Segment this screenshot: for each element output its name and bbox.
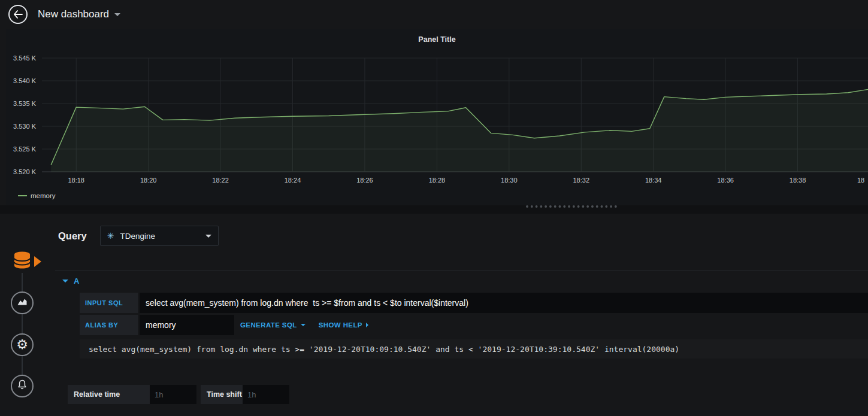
svg-text:18:24: 18:24 — [285, 177, 301, 184]
tdengine-icon: ✳ — [107, 232, 114, 240]
show-help-button[interactable]: SHOW HELP — [319, 321, 368, 329]
caret-down-icon[interactable] — [114, 13, 120, 16]
relative-time-label: Relative time — [68, 385, 150, 404]
input-sql-label: INPUT SQL — [80, 293, 138, 313]
svg-text:18:18: 18:18 — [68, 177, 84, 184]
top-header: New dashboard — [0, 0, 868, 29]
query-header: Query ✳ TDengine — [58, 226, 219, 246]
chevron-down-icon — [205, 235, 211, 238]
legend-item-memory[interactable]: memory — [18, 190, 56, 201]
chart-svg: 3.545 K3.540 K3.535 K3.530 K3.525 K3.520… — [6, 29, 868, 186]
tab-alert[interactable] — [11, 375, 34, 397]
svg-text:3.530 K: 3.530 K — [13, 123, 37, 130]
chart-panel: Panel Title 3.545 K3.540 K3.535 K3.530 K… — [6, 29, 868, 205]
query-row-letter: A — [74, 277, 79, 286]
arrow-left-icon — [13, 10, 23, 19]
svg-text:3.535 K: 3.535 K — [13, 100, 37, 107]
panel-editor: ⚙︎ Query ✳ TDengine A INPUT SQL — [0, 214, 868, 416]
svg-text:18:26: 18:26 — [356, 177, 373, 184]
svg-text:18: 18 — [857, 177, 864, 184]
area-chart-icon — [16, 296, 28, 310]
active-tab-arrow-icon — [34, 256, 41, 267]
alias-by-field[interactable] — [140, 315, 234, 335]
collapse-caret-icon — [62, 280, 68, 283]
svg-text:3.520 K: 3.520 K — [13, 168, 37, 175]
bell-icon — [16, 379, 28, 393]
gear-icon: ⚙︎ — [16, 338, 28, 351]
generate-sql-button[interactable]: GENERATE SQL — [240, 321, 306, 329]
editor-tab-rail: ⚙︎ — [0, 214, 51, 416]
tab-queries[interactable] — [11, 250, 34, 273]
query-options-row: Relative time Time shift — [68, 385, 289, 404]
query-divider — [55, 271, 868, 271]
panel-resize-handle[interactable] — [526, 204, 617, 208]
legend-label: memory — [31, 192, 56, 199]
tab-visualization[interactable] — [11, 291, 34, 314]
svg-text:3.540 K: 3.540 K — [13, 77, 37, 84]
datasource-select[interactable]: ✳ TDengine — [100, 226, 219, 246]
svg-text:18:32: 18:32 — [573, 177, 589, 184]
back-button[interactable] — [8, 5, 28, 24]
svg-text:18:20: 18:20 — [140, 177, 157, 184]
svg-text:18:22: 18:22 — [212, 177, 229, 184]
input-sql-row: INPUT SQL — [80, 293, 868, 313]
svg-text:18:34: 18:34 — [645, 177, 662, 184]
caret-down-icon — [301, 324, 306, 326]
svg-text:3.545 K: 3.545 K — [13, 54, 37, 62]
tab-general[interactable]: ⚙︎ — [11, 333, 34, 356]
show-help-label: SHOW HELP — [319, 321, 362, 329]
tab-connector-line — [22, 273, 23, 375]
time-shift-input[interactable] — [243, 385, 289, 404]
alias-by-row: ALIAS BY GENERATE SQL SHOW HELP — [80, 315, 368, 335]
alias-by-label: ALIAS BY — [80, 315, 138, 335]
svg-text:18:36: 18:36 — [717, 177, 734, 184]
legend-series-swatch — [18, 195, 27, 196]
database-icon — [11, 249, 34, 274]
input-sql-field[interactable] — [140, 293, 868, 313]
relative-time-input[interactable] — [150, 385, 196, 404]
time-shift-label: Time shift — [201, 385, 243, 404]
query-row-header[interactable]: A — [62, 275, 79, 287]
svg-text:3.525 K: 3.525 K — [13, 145, 37, 153]
svg-text:18:28: 18:28 — [429, 177, 446, 184]
svg-text:18:30: 18:30 — [501, 177, 518, 184]
dashboard-title[interactable]: New dashboard — [38, 8, 109, 20]
generate-sql-label: GENERATE SQL — [240, 321, 297, 329]
generated-sql-preview: select avg(mem_system) from log.dn where… — [80, 339, 868, 359]
datasource-name: TDengine — [120, 232, 199, 241]
svg-text:18:38: 18:38 — [790, 177, 806, 184]
section-divider — [0, 205, 868, 214]
query-section-title: Query — [58, 230, 87, 242]
caret-right-icon — [366, 323, 368, 327]
